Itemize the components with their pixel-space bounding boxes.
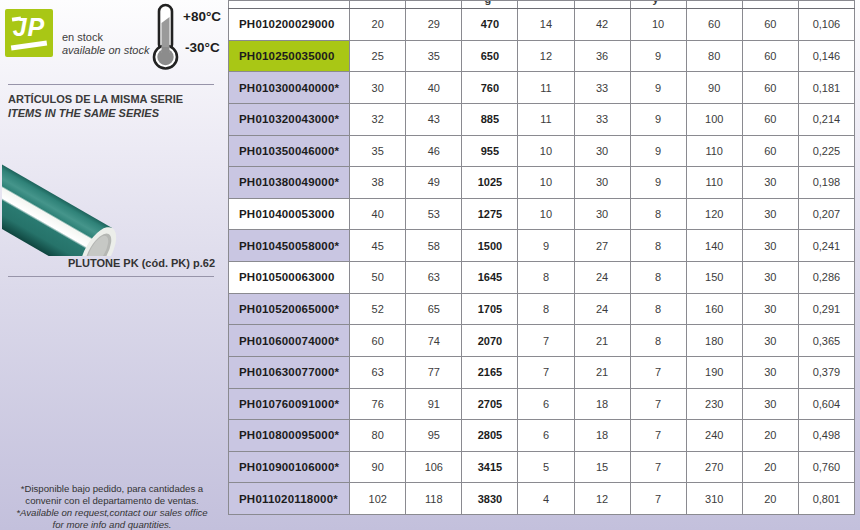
value-cell: 9 <box>630 72 686 104</box>
value-cell: 24 <box>574 293 630 325</box>
table-row: PH010380049000* 38 49 1025 10 30 9 110 3… <box>229 167 855 199</box>
table-row: PH010320043000* 32 43 885 11 33 9 100 60… <box>229 103 855 135</box>
value-cell: 7 <box>630 420 686 452</box>
product-code-cell: PH010400053000 <box>229 198 350 230</box>
product-code-cell: PH011020118000* <box>229 483 350 515</box>
value-cell: 11 <box>518 103 574 135</box>
value-cell: 21 <box>574 356 630 388</box>
table-row: PH010300040000* 30 40 760 11 33 9 90 60 … <box>229 72 855 104</box>
product-code: PH011020118000* <box>239 493 338 505</box>
product-code-cell: PH010760091000* <box>229 388 350 420</box>
value-cell: 18 <box>574 388 630 420</box>
value-cell: 4 <box>518 483 574 515</box>
value-cell: 45 <box>350 230 406 262</box>
value-cell: 310 <box>686 483 742 515</box>
header-cell <box>350 1 406 9</box>
value-cell: 30 <box>742 325 798 357</box>
product-code: PH010400053000 <box>239 208 335 220</box>
value-cell: 12 <box>574 483 630 515</box>
table-row: PH010250035000 25 35 650 12 36 9 80 60 0… <box>229 40 855 72</box>
value-cell: 90 <box>350 451 406 483</box>
value-cell: 43 <box>406 103 462 135</box>
value-cell: 52 <box>350 293 406 325</box>
value-cell: 10 <box>518 135 574 167</box>
value-cell: 2070 <box>462 325 518 357</box>
value-cell: 90 <box>686 72 742 104</box>
value-cell: 8 <box>630 293 686 325</box>
value-cell: 12 <box>518 40 574 72</box>
table-row: PH010900106000* 90 106 3415 5 15 7 270 2… <box>229 451 855 483</box>
product-code: PH010630077000* <box>239 366 339 378</box>
value-cell: 118 <box>406 483 462 515</box>
value-cell: 9 <box>630 135 686 167</box>
related-product-caption: PLUTONE PK (cód. PK) p.62 <box>0 257 215 269</box>
value-cell: 24 <box>574 262 630 294</box>
value-cell: 30 <box>742 388 798 420</box>
product-code: PH010760091000* <box>239 398 339 410</box>
value-cell: 0,604 <box>798 388 854 420</box>
value-cell: 106 <box>406 451 462 483</box>
value-cell: 30 <box>742 167 798 199</box>
product-code-cell: PH010350046000* <box>229 135 350 167</box>
value-cell: 5 <box>518 451 574 483</box>
value-cell: 20 <box>350 9 406 41</box>
series-heading-es: ARTÍCULOS DE LA MISMA SERIE <box>8 92 183 106</box>
value-cell: 1705 <box>462 293 518 325</box>
footnote-en-line2: for more info and quantities. <box>0 519 224 530</box>
hose-product-image <box>2 136 126 256</box>
value-cell: 60 <box>742 103 798 135</box>
value-cell: 10 <box>518 198 574 230</box>
value-cell: 30 <box>574 167 630 199</box>
value-cell: 38 <box>350 167 406 199</box>
value-cell: 7 <box>630 451 686 483</box>
sidebar-divider-bottom <box>8 276 214 277</box>
product-code: PH010320043000* <box>239 113 339 125</box>
header-cell <box>686 1 742 9</box>
stock-label-es: en stock <box>62 31 149 44</box>
product-code-cell: PH010450058000* <box>229 230 350 262</box>
value-cell: 10 <box>630 9 686 41</box>
value-cell: 140 <box>686 230 742 262</box>
stock-availability-label: en stock available on stock <box>62 31 149 57</box>
value-cell: 58 <box>406 230 462 262</box>
value-cell: 30 <box>742 230 798 262</box>
value-cell: 35 <box>350 135 406 167</box>
value-cell: 20 <box>742 420 798 452</box>
value-cell: 8 <box>630 198 686 230</box>
value-cell: 955 <box>462 135 518 167</box>
value-cell: 7 <box>630 388 686 420</box>
value-cell: 80 <box>350 420 406 452</box>
value-cell: 30 <box>742 198 798 230</box>
value-cell: 0,286 <box>798 262 854 294</box>
value-cell: 40 <box>406 72 462 104</box>
table-row: PH010800095000* 80 95 2805 6 18 7 240 20… <box>229 420 855 452</box>
value-cell: 7 <box>630 356 686 388</box>
header-cell <box>798 1 854 9</box>
value-cell: 29 <box>406 9 462 41</box>
header-cell <box>229 1 350 9</box>
availability-footnote: *Disponible bajo pedido, para cantidades… <box>0 483 224 530</box>
value-cell: 270 <box>686 451 742 483</box>
value-cell: 49 <box>406 167 462 199</box>
product-code: PH010520065000* <box>239 303 339 315</box>
value-cell: 60 <box>742 9 798 41</box>
product-code: PH010500063000 <box>239 271 335 283</box>
value-cell: 35 <box>406 40 462 72</box>
value-cell: 240 <box>686 420 742 452</box>
product-code-cell: PH010600074000* <box>229 325 350 357</box>
value-cell: 46 <box>406 135 462 167</box>
value-cell: 110 <box>686 167 742 199</box>
value-cell: 8 <box>518 293 574 325</box>
table-row: PH010400053000 40 53 1275 10 30 8 120 30… <box>229 198 855 230</box>
value-cell: 9 <box>630 167 686 199</box>
value-cell: 8 <box>630 230 686 262</box>
header-cell <box>518 1 574 9</box>
product-code: PH010200029000 <box>239 18 335 30</box>
value-cell: 0,498 <box>798 420 854 452</box>
sidebar: JP en stock available on stock +80°C -30… <box>0 0 228 530</box>
header-cell <box>406 1 462 9</box>
value-cell: 100 <box>686 103 742 135</box>
value-cell: 95 <box>406 420 462 452</box>
value-cell: 470 <box>462 9 518 41</box>
value-cell: 30 <box>742 262 798 294</box>
